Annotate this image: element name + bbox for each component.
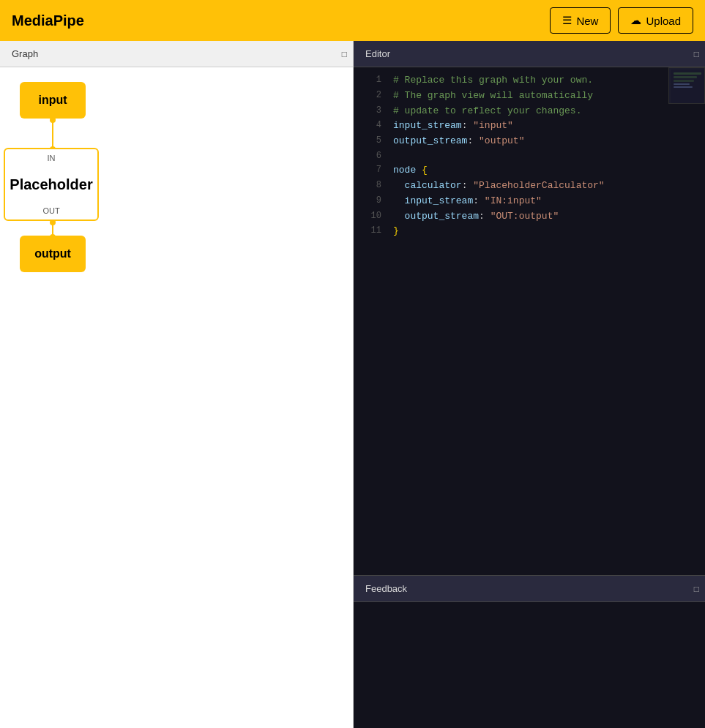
code-line-2: 2 # The graph view will automatically [354, 89, 705, 104]
svg-rect-2 [674, 76, 697, 78]
placeholder-in-label: IN [48, 154, 56, 162]
code-line-9-text: input_stream: "IN:input" [393, 194, 542, 209]
code-line-3: 3 # update to reflect your changes. [354, 104, 705, 119]
feedback-tab-bar: Feedback □ [354, 576, 705, 602]
code-line-1-text: # Replace this graph with your own. [393, 73, 593, 89]
code-line-5-text: output_stream: "output" [393, 134, 524, 149]
code-line-4-text: input_stream: "input" [393, 119, 513, 134]
svg-rect-4 [674, 83, 690, 85]
svg-rect-3 [674, 80, 694, 82]
code-line-1: 1 # Replace this graph with your own. [354, 73, 705, 89]
placeholder-out-label: OUT [42, 206, 59, 215]
code-line-5: 5 output_stream: "output" [354, 134, 705, 149]
feedback-expand-icon[interactable]: □ [694, 584, 699, 594]
code-line-10-text: output_stream: "OUT:output" [393, 209, 559, 225]
main-layout: Graph □ input IN Placeholder OUT [0, 41, 705, 728]
input-node[interactable]: input [20, 82, 86, 119]
code-line-7-text: node { [393, 163, 428, 179]
editor-tab-label: Editor [359, 45, 396, 62]
app-logo: MediaPipe [12, 12, 84, 29]
connector-line-top [52, 119, 53, 148]
editor-content[interactable]: 1 # Replace this graph with your own. 2 … [354, 67, 705, 575]
svg-rect-1 [674, 72, 701, 75]
right-panel: Editor □ 1 # Replace this graph with you… [354, 41, 705, 728]
line-number-11: 11 [359, 224, 381, 238]
code-line-11-text: } [393, 224, 399, 239]
new-button-label: New [576, 15, 598, 27]
code-line-7: 7 node { [354, 163, 705, 179]
editor-section: Editor □ 1 # Replace this graph with you… [354, 41, 705, 575]
graph-tab-label: Graph [6, 45, 44, 62]
line-number-5: 5 [359, 134, 381, 148]
new-button[interactable]: ☰ New [550, 7, 611, 34]
input-node-label: input [38, 94, 67, 107]
graph-expand-icon[interactable]: □ [342, 49, 347, 59]
placeholder-node[interactable]: IN Placeholder OUT [4, 148, 99, 221]
feedback-content [354, 602, 705, 728]
code-line-3-text: # update to reflect your changes. [393, 104, 581, 119]
menu-icon: ☰ [562, 14, 572, 27]
upload-button-label: Upload [646, 15, 681, 27]
header: MediaPipe ☰ New ☁ Upload [0, 0, 705, 41]
feedback-section: Feedback □ [354, 575, 705, 728]
graph-tab-bar: Graph □ [0, 41, 353, 67]
placeholder-title: Placeholder [10, 176, 92, 193]
line-number-7: 7 [359, 163, 381, 177]
code-line-8: 8 calculator: "PlaceholderCalculator" [354, 179, 705, 194]
line-number-1: 1 [359, 73, 381, 87]
code-line-6: 6 [354, 149, 705, 163]
code-line-8-text: calculator: "PlaceholderCalculator" [393, 179, 605, 194]
upload-button[interactable]: ☁ Upload [618, 7, 693, 34]
graph-panel: Graph □ input IN Placeholder OUT [0, 41, 354, 728]
code-line-9: 9 input_stream: "IN:input" [354, 194, 705, 209]
graph-canvas: input IN Placeholder OUT output [0, 67, 353, 728]
code-line-4: 4 input_stream: "input" [354, 119, 705, 134]
line-number-2: 2 [359, 89, 381, 102]
line-number-4: 4 [359, 119, 381, 132]
line-number-6: 6 [359, 149, 381, 163]
code-line-11: 11 } [354, 224, 705, 239]
code-line-2-text: # The graph view will automatically [393, 89, 593, 104]
line-number-8: 8 [359, 179, 381, 192]
output-node[interactable]: output [20, 236, 86, 272]
upload-icon: ☁ [630, 14, 641, 27]
line-number-9: 9 [359, 194, 381, 208]
header-actions: ☰ New ☁ Upload [550, 7, 693, 34]
output-node-label: output [34, 247, 71, 260]
svg-rect-5 [674, 86, 693, 88]
minimap [668, 67, 705, 104]
editor-tab-bar: Editor □ [354, 41, 705, 67]
feedback-tab-label: Feedback [359, 580, 413, 597]
code-line-10: 10 output_stream: "OUT:output" [354, 209, 705, 225]
editor-expand-icon[interactable]: □ [694, 49, 699, 59]
line-number-3: 3 [359, 104, 381, 118]
line-number-10: 10 [359, 209, 381, 223]
